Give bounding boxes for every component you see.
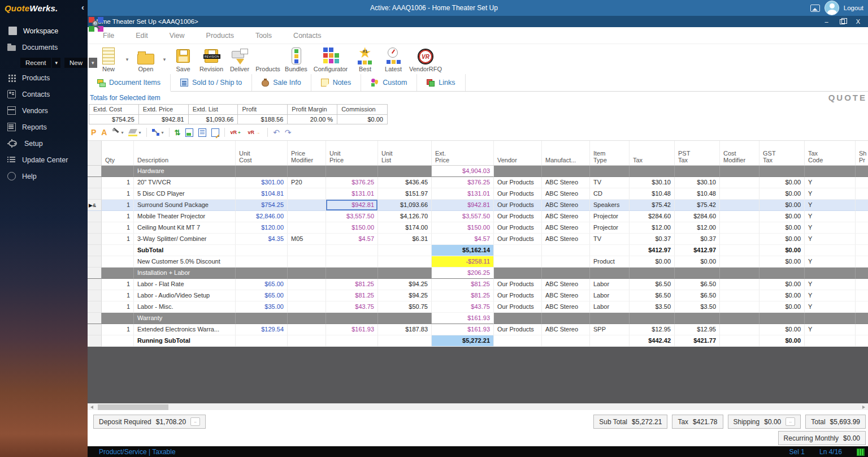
menu-item-products[interactable]: Products xyxy=(196,32,245,40)
sidebar-item-setup[interactable]: Setup xyxy=(0,135,88,152)
grid-cell[interactable]: ABC Stereo xyxy=(542,301,590,313)
grid-cell[interactable]: $0.00 xyxy=(760,245,805,256)
grid-cell[interactable] xyxy=(88,234,102,245)
grid-cell[interactable] xyxy=(720,313,760,324)
grid-cell[interactable] xyxy=(236,256,288,268)
toolbar-products-button[interactable]: Products xyxy=(254,64,282,72)
toolbar-save-button[interactable]: Save xyxy=(169,48,197,72)
grid-cell[interactable] xyxy=(720,200,760,211)
grid-cell[interactable]: $81.25 xyxy=(326,279,378,290)
grid-cell[interactable]: -$258.11 xyxy=(432,256,494,268)
grid-cell[interactable]: Our Products xyxy=(494,188,542,200)
grid-cell[interactable]: $50.75 xyxy=(378,301,432,313)
table-row[interactable]: Hardware$4,904.03 xyxy=(88,166,868,177)
grid-cell[interactable]: $0.00 xyxy=(675,256,720,268)
grid-cell[interactable] xyxy=(720,279,760,290)
grid-cell[interactable]: $284.60 xyxy=(675,211,720,222)
grid-cell[interactable] xyxy=(720,256,760,268)
grid-cell[interactable]: 3-Way Splitter/ Combiner xyxy=(134,234,236,245)
grid-cell[interactable] xyxy=(88,188,102,200)
chevron-down-icon[interactable]: ▾ xyxy=(52,58,60,68)
grid-cell[interactable]: $12.95 xyxy=(675,324,720,335)
grid-cell[interactable] xyxy=(88,335,102,347)
grid-cell[interactable] xyxy=(288,211,326,222)
grid-cell[interactable] xyxy=(805,245,856,256)
grid-cell[interactable]: $6.50 xyxy=(630,290,675,301)
grid-cell[interactable]: $301.00 xyxy=(236,177,288,188)
table-row[interactable]: Installation + Labor$206.25 xyxy=(88,268,868,279)
grid-cell[interactable] xyxy=(236,335,288,347)
grid-cell[interactable]: 1 xyxy=(102,188,134,200)
column-header[interactable]: Description xyxy=(134,141,236,165)
grid-cell[interactable]: TV xyxy=(590,177,630,188)
grid-cell[interactable] xyxy=(88,256,102,268)
grid-cell[interactable]: $150.00 xyxy=(432,222,494,234)
grid-cell[interactable]: ABC Stereo xyxy=(542,279,590,290)
grid-cell[interactable]: $0.00 xyxy=(760,324,805,335)
grid-cell[interactable] xyxy=(88,245,102,256)
grid-cell[interactable]: $4.35 xyxy=(236,234,288,245)
table-row[interactable]: SubTotal$5,162.14$412.97$412.97$0.00 xyxy=(88,245,868,256)
highlight-button[interactable]: ▾ xyxy=(128,129,141,136)
table-row[interactable]: 1Mobile Theater Projector$2,846.00$3,557… xyxy=(88,211,868,222)
grid-cell[interactable] xyxy=(720,177,760,188)
grid-cell[interactable] xyxy=(378,245,432,256)
grid-cell[interactable] xyxy=(856,222,868,234)
grid-cell[interactable]: $94.25 xyxy=(378,279,432,290)
grid-cell[interactable] xyxy=(542,256,590,268)
grid-cell[interactable]: $161.93 xyxy=(432,324,494,335)
column-header[interactable]: PSTTax xyxy=(675,141,720,165)
grid-cell[interactable]: $65.00 xyxy=(236,279,288,290)
grid-cell[interactable] xyxy=(805,313,856,324)
minimize-icon[interactable]: – xyxy=(825,19,828,25)
grid-cell[interactable]: ▶& xyxy=(88,200,102,211)
sidebar-new-button[interactable]: New▾ xyxy=(64,58,97,68)
grid-cell[interactable] xyxy=(720,166,760,177)
grid-cell[interactable]: $30.10 xyxy=(630,177,675,188)
grid-cell[interactable] xyxy=(378,268,432,279)
grid-cell[interactable] xyxy=(720,234,760,245)
table-row[interactable]: 13-Way Splitter/ Combiner$4.35M05$4.57$6… xyxy=(88,234,868,245)
grid-cell[interactable]: $442.42 xyxy=(630,335,675,347)
column-header[interactable]: ItemType xyxy=(590,141,630,165)
grid-cell[interactable]: $10.48 xyxy=(675,188,720,200)
grid-cell[interactable]: ABC Stereo xyxy=(542,324,590,335)
grid-cell[interactable] xyxy=(236,166,288,177)
grid-cell[interactable]: Product xyxy=(590,256,630,268)
grid-cell[interactable]: $412.97 xyxy=(675,245,720,256)
grid-cell[interactable]: $65.00 xyxy=(236,290,288,301)
grid-cell[interactable]: Mobile Theater Projector xyxy=(134,211,236,222)
grid-cell[interactable]: Y xyxy=(805,177,856,188)
grid-cell[interactable]: Labor - Flat Rate xyxy=(134,279,236,290)
grid-cell[interactable] xyxy=(494,166,542,177)
table-row[interactable]: 1Labor - Flat Rate$65.00$81.25$94.25$81.… xyxy=(88,279,868,290)
grid-cell[interactable] xyxy=(88,211,102,222)
grid-cell[interactable]: 1 xyxy=(102,301,134,313)
grid-cell[interactable] xyxy=(236,245,288,256)
chevron-down-icon[interactable]: ▾ xyxy=(123,57,132,72)
sidebar-item-documents[interactable]: Documents xyxy=(0,39,88,55)
toolbar-configurator-button[interactable]: Configurator xyxy=(310,48,351,72)
scroll-left-icon[interactable] xyxy=(90,406,93,409)
grid-cell[interactable]: Speakers xyxy=(590,200,630,211)
grid-cell[interactable]: $6.50 xyxy=(630,279,675,290)
column-header[interactable]: Tax xyxy=(630,141,675,165)
grid-cell[interactable] xyxy=(720,211,760,222)
grid-cell[interactable]: $129.54 xyxy=(236,324,288,335)
grid-cell[interactable] xyxy=(378,313,432,324)
toolbar-vendorrfq-button[interactable]: VRVendorRFQ xyxy=(407,49,444,72)
grid-cell[interactable]: $0.00 xyxy=(760,188,805,200)
grid-cell[interactable] xyxy=(288,301,326,313)
grid-cell[interactable]: Our Products xyxy=(494,200,542,211)
grid-cell[interactable]: 1 xyxy=(102,177,134,188)
grid-cell[interactable]: $4,126.70 xyxy=(378,211,432,222)
grid-cell[interactable] xyxy=(630,268,675,279)
tab-custom[interactable]: Custom xyxy=(361,74,417,91)
grid-cell[interactable]: Labor xyxy=(590,279,630,290)
grid-cell[interactable] xyxy=(288,188,326,200)
grid-cell[interactable] xyxy=(805,335,856,347)
grid-cell[interactable]: $161.93 xyxy=(326,324,378,335)
grid-cell[interactable] xyxy=(288,200,326,211)
grid-cell[interactable]: $0.00 xyxy=(760,290,805,301)
grid-cell[interactable]: Ceiling Mount Kit MT 7 xyxy=(134,222,236,234)
